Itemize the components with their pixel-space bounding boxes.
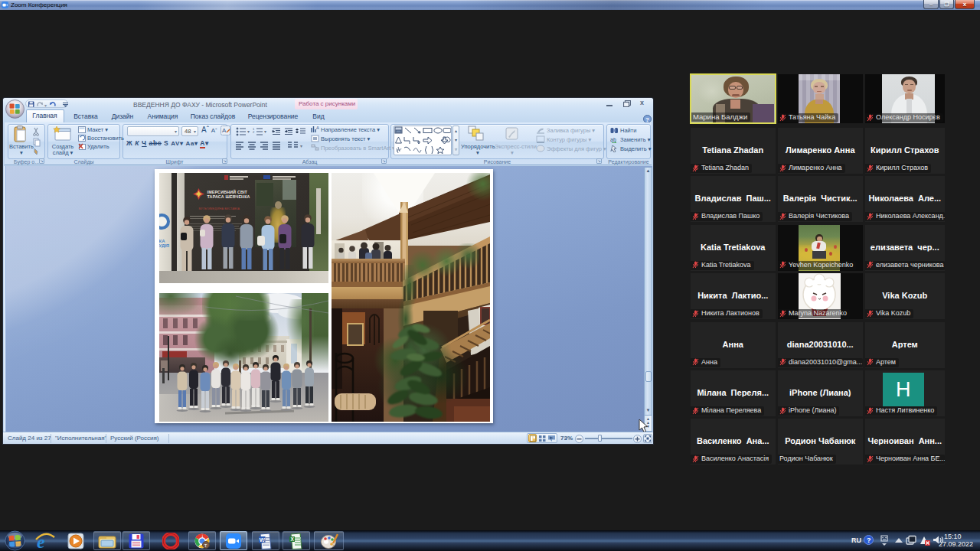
svg-text:▾: ▾ [300, 144, 302, 148]
svg-text:2: 2 [253, 130, 255, 134]
svg-text:▾: ▾ [44, 103, 47, 107]
svg-text:ab: ab [610, 137, 616, 142]
svg-text:▾: ▾ [247, 129, 250, 134]
svg-text:X: X [291, 536, 295, 542]
svg-text:A: A [222, 127, 227, 134]
svg-text:A: A [316, 126, 319, 130]
svg-text:▾: ▾ [264, 129, 266, 134]
svg-text:T: T [204, 543, 207, 547]
svg-text:?: ? [867, 536, 871, 544]
